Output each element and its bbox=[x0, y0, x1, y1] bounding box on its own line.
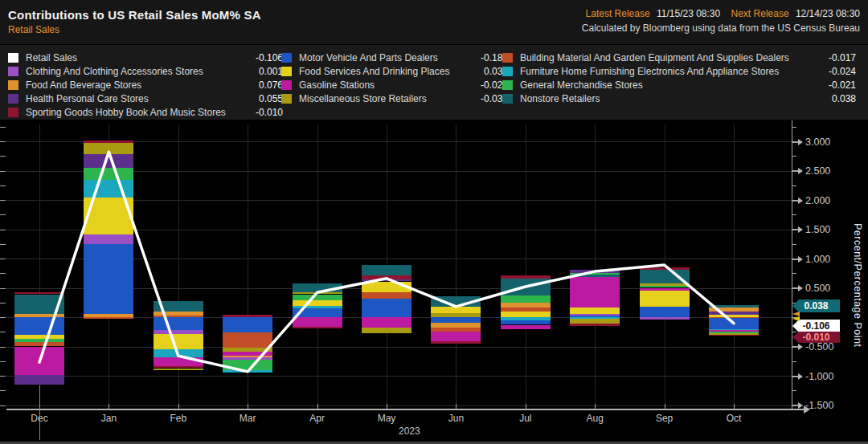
x-month-tick bbox=[178, 404, 179, 409]
legend-value: 0.001 bbox=[223, 66, 283, 77]
legend-label: Furniture Home Furnishing Electronics An… bbox=[520, 66, 797, 77]
legend-item-sporting[interactable]: Sporting Goods Hobby Book And Music Stor… bbox=[8, 105, 283, 119]
y-minor-tick-left bbox=[0, 303, 6, 303]
y-axis-tick-label: -0.500 bbox=[805, 341, 833, 352]
source-note: Calculated by Bloomberg using data from … bbox=[578, 22, 860, 34]
y-minor-tick bbox=[792, 156, 796, 157]
x-axis-year-label: 2023 bbox=[399, 426, 420, 437]
year-divider-line bbox=[39, 385, 40, 440]
y-minor-tick bbox=[792, 244, 796, 245]
x-month-tick bbox=[665, 404, 665, 409]
legend-swatch-food_bev bbox=[8, 80, 18, 90]
legend-column-1: Retail Sales-0.106Clothing And Clothing … bbox=[8, 51, 283, 119]
x-axis-month-label: Feb bbox=[154, 413, 203, 424]
legend-label: Building Material And Garden Equipment A… bbox=[520, 52, 797, 63]
y-minor-tick-left bbox=[0, 405, 6, 406]
plot-area[interactable]: 3.0002.5002.0001.5001.0000.500-0.500-1.0… bbox=[0, 120, 868, 444]
x-axis-month-label: Oct bbox=[710, 413, 758, 424]
y-axis-tick-label: 1.500 bbox=[805, 224, 830, 235]
legend-item-clothing[interactable]: Clothing And Clothing Accessories Stores… bbox=[8, 64, 283, 78]
legend-swatch-misc bbox=[281, 94, 292, 104]
y-minor-tick-left bbox=[0, 317, 6, 318]
legend-label: Food Services And Drinking Places bbox=[299, 66, 460, 77]
x-month-tick bbox=[526, 404, 526, 409]
x-axis-month-label: Jul bbox=[502, 413, 550, 424]
legend-swatch-building bbox=[502, 53, 513, 63]
y-tick-arrow-icon bbox=[798, 344, 803, 350]
y-minor-tick-left bbox=[0, 288, 6, 289]
x-month-tick bbox=[248, 404, 248, 409]
legend-item-food_services[interactable]: Food Services And Drinking Places0.038 bbox=[281, 64, 508, 78]
x-axis-arrow-icon bbox=[804, 405, 810, 413]
legend-item-nonstore[interactable]: Nonstore Retailers0.038 bbox=[502, 92, 856, 105]
y-axis-tick-label: 1.000 bbox=[805, 254, 830, 265]
legend-value: -0.022 bbox=[460, 79, 508, 91]
legend-label: Nonstore Retailers bbox=[520, 93, 797, 104]
y-axis-line bbox=[792, 120, 792, 409]
y-minor-tick-left bbox=[0, 390, 6, 391]
legend-item-genmerch[interactable]: General Merchandise Stores-0.021 bbox=[502, 78, 856, 92]
x-month-tick bbox=[317, 404, 318, 409]
legend-label: Motor Vehicle And Parts Dealers bbox=[299, 52, 460, 63]
y-tick-arrow-icon bbox=[798, 402, 803, 409]
x-month-tick bbox=[108, 404, 109, 409]
y-minor-tick-left bbox=[0, 141, 6, 142]
legend-label: General Merchandise Stores bbox=[520, 79, 797, 91]
x-axis-month-label: Mar bbox=[223, 413, 272, 424]
legend-swatch-nonstore bbox=[502, 94, 513, 104]
x-axis-month-label: Apr bbox=[293, 413, 342, 424]
y-axis-tick-label: -1.000 bbox=[805, 371, 833, 382]
y-minor-tick-left bbox=[0, 361, 6, 362]
x-month-tick bbox=[387, 404, 387, 409]
y-tick-arrow-icon bbox=[798, 226, 803, 233]
axis-badge-0.038: 0.038 bbox=[792, 299, 840, 312]
legend-item-motor[interactable]: Motor Vehicle And Parts Dealers-0.183 bbox=[281, 51, 508, 64]
chart-subtitle: Retail Sales bbox=[8, 24, 261, 35]
y-tick-arrow-icon bbox=[798, 198, 803, 204]
legend-item-furniture[interactable]: Furniture Home Furnishing Electronics An… bbox=[502, 64, 856, 78]
y-minor-tick bbox=[792, 332, 796, 332]
y-minor-tick-left bbox=[0, 273, 6, 274]
legend-item-misc[interactable]: Miscellaneous Store Retailers-0.038 bbox=[281, 92, 508, 105]
bloomberg-chart-window: Contributions to US Retail Sales MoM% SA… bbox=[0, 0, 868, 444]
legend-swatch-food_services bbox=[281, 67, 292, 76]
release-info: Latest Release 11/15/23 08:30 Next Relea… bbox=[578, 8, 860, 19]
y-minor-tick-left bbox=[0, 185, 6, 186]
legend-swatch-clothing bbox=[8, 67, 18, 76]
axis-badge--0.010: -0.010 bbox=[792, 332, 840, 343]
legend-swatch-sporting bbox=[8, 108, 18, 117]
legend-value: -0.021 bbox=[797, 79, 856, 91]
legend-item-retail_sales[interactable]: Retail Sales-0.106 bbox=[8, 51, 283, 64]
legend-value: -0.038 bbox=[460, 93, 508, 104]
y-axis-tick-label: 2.500 bbox=[805, 165, 830, 177]
legend-swatch-genmerch bbox=[502, 80, 513, 90]
latest-release-label: Latest Release bbox=[586, 8, 650, 19]
legend-item-building[interactable]: Building Material And Garden Equipment A… bbox=[502, 51, 856, 64]
y-minor-tick-left bbox=[0, 127, 6, 128]
x-axis-month-label: Jan bbox=[84, 413, 133, 424]
legend-item-food_bev[interactable]: Food And Beverage Stores0.076 bbox=[8, 78, 283, 92]
axis-badge--0.106: -0.106 bbox=[792, 320, 840, 332]
y-minor-tick-left bbox=[0, 376, 6, 377]
y-tick-arrow-icon bbox=[798, 168, 803, 174]
y-minor-tick-left bbox=[0, 230, 6, 230]
legend-value: 0.076 bbox=[223, 79, 283, 91]
next-release-label: Next Release bbox=[731, 8, 789, 19]
legend-swatch-motor bbox=[281, 53, 292, 63]
x-axis-line bbox=[6, 409, 804, 410]
legend-label: Sporting Goods Hobby Book And Music Stor… bbox=[26, 107, 223, 118]
x-month-tick bbox=[595, 404, 596, 409]
y-minor-tick bbox=[792, 390, 796, 391]
y-minor-tick-left bbox=[0, 259, 6, 259]
legend-label: Food And Beverage Stores bbox=[26, 79, 223, 91]
legend-label: Retail Sales bbox=[26, 52, 223, 63]
y-minor-tick bbox=[792, 273, 796, 274]
x-axis-month-label: Jun bbox=[432, 413, 480, 424]
legend-panel: Retail Sales-0.106Clothing And Clothing … bbox=[0, 44, 868, 120]
legend-item-health[interactable]: Health Personal Care Stores0.055 bbox=[8, 92, 283, 105]
y-minor-tick-left bbox=[0, 214, 6, 215]
x-month-tick bbox=[734, 404, 735, 409]
legend-value: 0.038 bbox=[460, 66, 508, 77]
y-minor-tick-left bbox=[0, 244, 6, 245]
legend-item-gasoline[interactable]: Gasoline Stations-0.022 bbox=[281, 78, 508, 92]
